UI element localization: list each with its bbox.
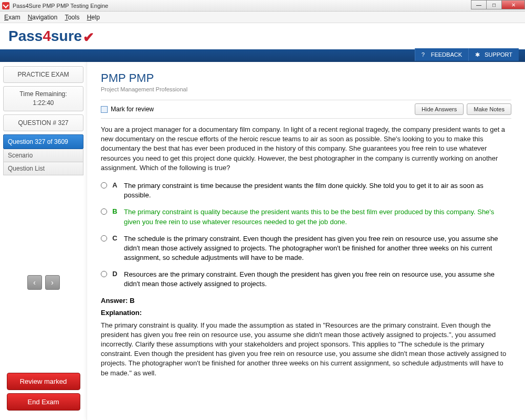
radio-d[interactable] — [101, 271, 107, 277]
gear-icon: ✱ — [475, 51, 481, 58]
question-number-panel: QUESTION # 327 — [3, 114, 83, 131]
menu-tools[interactable]: Tools — [65, 14, 79, 21]
radio-a[interactable] — [101, 182, 107, 188]
exam-title: PMP PMP — [101, 71, 511, 85]
window-title: Pass4Sure PMP PMP Testing Engine — [13, 3, 108, 9]
practice-exam-panel: PRACTICE EXAM — [3, 66, 83, 83]
menu-bar: Exam Navigation Tools Help — [0, 12, 525, 23]
support-label: SUPPORT — [485, 51, 512, 58]
window-titlebar: Pass4Sure PMP PMP Testing Engine — □ ✕ — [0, 0, 525, 12]
scenario-item[interactable]: Scenario — [3, 149, 83, 162]
active-question-item[interactable]: Question 327 of 3609 — [3, 134, 83, 149]
option-a[interactable]: A The primary constraint is time because… — [101, 181, 511, 200]
option-letter: C — [112, 234, 119, 242]
question-text: You are a project manager for a document… — [101, 125, 511, 173]
question-icon: ? — [422, 51, 428, 58]
next-button[interactable]: › — [45, 275, 60, 290]
explanation-label: Explanation: — [101, 309, 511, 317]
feedback-tab[interactable]: ? FEEDBACK — [415, 48, 468, 61]
logo-pass: Pass — [8, 28, 43, 44]
explanation-text: The primary constraint is quality. If yo… — [101, 321, 511, 378]
option-d[interactable]: D Resources are the primary constraint. … — [101, 270, 511, 289]
mark-review-checkbox[interactable] — [101, 106, 108, 113]
menu-exam[interactable]: Exam — [4, 14, 20, 21]
mark-review-label: Mark for review — [111, 106, 154, 113]
option-letter: A — [112, 181, 119, 189]
window-controls: — □ ✕ — [471, 0, 525, 9]
make-notes-button[interactable]: Make Notes — [467, 103, 511, 115]
question-list-item[interactable]: Question List — [3, 162, 83, 175]
content-area: PRACTICE EXAM Time Remaining: 1:22:40 QU… — [0, 62, 525, 420]
radio-c[interactable] — [101, 235, 107, 242]
time-remaining-label: Time Remaining: — [6, 90, 81, 99]
top-right-tabs: ? FEEDBACK ✱ SUPPORT — [415, 48, 519, 61]
hide-answers-button[interactable]: Hide Answers — [415, 103, 464, 115]
option-text: The primary constraint is time because t… — [124, 181, 511, 200]
app-icon — [2, 2, 9, 9]
radio-b[interactable] — [101, 208, 107, 215]
support-tab[interactable]: ✱ SUPPORT — [468, 48, 519, 61]
answer-label: Answer: B — [101, 297, 511, 304]
main-panel: PMP PMP Project Management Professional … — [87, 62, 525, 420]
minimize-button[interactable]: — — [471, 0, 487, 9]
review-marked-button[interactable]: Review marked — [7, 373, 80, 390]
exam-action-buttons: Review marked End Exam — [3, 373, 83, 416]
end-exam-button[interactable]: End Exam — [7, 393, 80, 411]
option-text: The primary constraint is quality becaus… — [124, 207, 511, 226]
nav-arrows: ‹ › — [3, 275, 83, 290]
time-remaining-value: 1:22:40 — [6, 99, 81, 108]
logo-check-icon: ✔ — [83, 29, 94, 46]
menu-help[interactable]: Help — [87, 14, 100, 21]
logo-four: 4 — [43, 28, 51, 44]
time-remaining-panel: Time Remaining: 1:22:40 — [3, 86, 83, 111]
option-letter: B — [112, 207, 119, 215]
option-text: Resources are the primary constraint. Ev… — [124, 270, 511, 289]
menu-navigation[interactable]: Navigation — [28, 14, 58, 21]
logo: Pass4sure✔ — [8, 28, 94, 45]
blue-bar: ? FEEDBACK ✱ SUPPORT — [0, 49, 525, 62]
maximize-button[interactable]: □ — [486, 0, 502, 9]
exam-subtitle: Project Management Professional — [101, 86, 511, 92]
options-list: A The primary constraint is time because… — [101, 181, 511, 289]
close-button[interactable]: ✕ — [501, 0, 525, 9]
question-toolbar: Mark for review Hide Answers Make Notes — [101, 100, 511, 119]
logo-row: Pass4sure✔ — [0, 23, 525, 49]
logo-sure: sure — [51, 28, 82, 44]
option-letter: D — [112, 270, 119, 278]
sidebar: PRACTICE EXAM Time Remaining: 1:22:40 QU… — [0, 62, 87, 420]
option-b[interactable]: B The primary constraint is quality beca… — [101, 207, 511, 226]
option-text: The schedule is the primary constraint. … — [124, 234, 511, 263]
prev-button[interactable]: ‹ — [27, 275, 42, 290]
option-c[interactable]: C The schedule is the primary constraint… — [101, 234, 511, 263]
feedback-label: FEEDBACK — [431, 51, 462, 58]
